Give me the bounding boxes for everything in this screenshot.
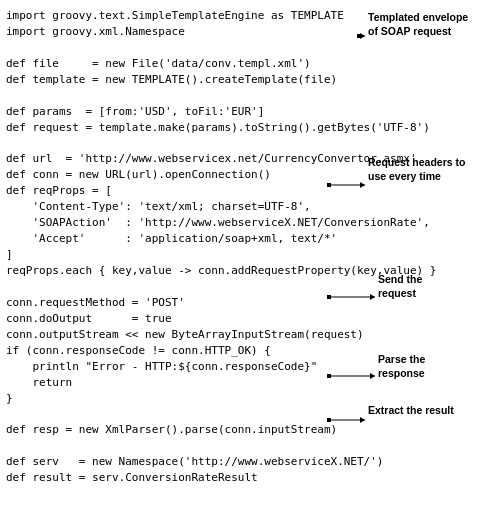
ann-extract: Extract the result (368, 403, 498, 417)
ann-send: Send the request (378, 272, 500, 300)
annotation-area (360, 0, 500, 505)
ann-parse: Parse the response (378, 352, 500, 380)
main-container: import groovy.text.SimpleTemplateEngine … (0, 0, 500, 505)
code-block: import groovy.text.SimpleTemplateEngine … (0, 0, 360, 505)
ann-headers: Request headers to use every time (368, 155, 498, 183)
ann-soap: Templated envelope of SOAP request (368, 10, 498, 38)
